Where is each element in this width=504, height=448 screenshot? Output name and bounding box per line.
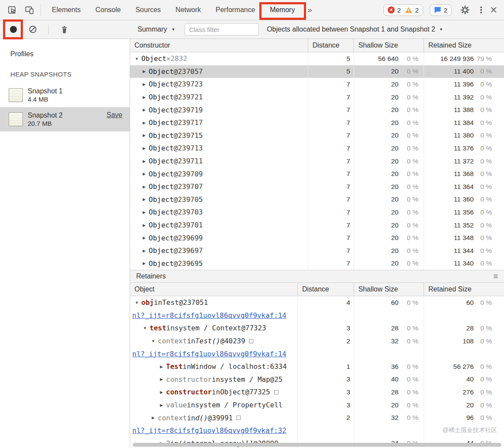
tab-sources[interactable]: Sources (128, 0, 168, 20)
constructor-row[interactable]: ▶Object @2397197200 %11 3880 % (130, 103, 504, 116)
constructor-row[interactable]: ▶Object @2397137200 %11 3760 % (130, 142, 504, 155)
column-header-shallow-size[interactable]: Shallow Size (354, 283, 424, 296)
tab-network[interactable]: Network (168, 0, 208, 20)
class-filter-input[interactable] (185, 23, 259, 35)
retainer-row[interactable]: ▼context in Test() @402392320 %1080 % (130, 335, 504, 348)
tab-console[interactable]: Console (88, 0, 128, 20)
expand-arrow-icon[interactable]: ▼ (134, 301, 140, 305)
record-heap-button[interactable] (9, 25, 18, 34)
expand-arrow-icon[interactable]: ▶ (141, 82, 147, 86)
expand-arrow-icon[interactable]: ▶ (141, 95, 147, 99)
retainers-menu-icon[interactable]: ≡ (493, 272, 498, 281)
perspective-select[interactable]: Summary ▼ (137, 26, 175, 33)
retainer-object-cell: ▼context in Test() @40239 (130, 335, 297, 348)
expand-arrow-icon[interactable]: ▶ (141, 172, 147, 176)
column-header-retained-size[interactable]: Retained Size (424, 39, 504, 52)
tab-elements[interactable]: Elements (45, 0, 88, 20)
allocation-filter-label: Objects allocated between Snapshot 1 and… (267, 26, 435, 33)
column-header-retained-size[interactable]: Retained Size (424, 283, 504, 296)
retainer-link-row[interactable]: nl?_ijt=r8cifsfg1uovl86qvvg0f9vkaf:14 (130, 347, 504, 360)
retainer-link-row[interactable]: nl?_ijt=r8cifsfg1uovl86qvvg0f9vkaf:14 (130, 309, 504, 322)
more-options-button[interactable] (478, 5, 484, 15)
expand-arrow-icon[interactable]: ▶ (141, 261, 147, 266)
source-link[interactable]: nl?_ijt=r8cifsfg1uovl86qvvg0f9vkaf:14 (132, 311, 286, 320)
save-link[interactable]: Save (107, 111, 122, 119)
retainer-row[interactable]: ▶constructor in system / Map @253400 %40… (130, 373, 504, 386)
retainer-row[interactable]: ▼obj in Test @2370514600 %600 % (130, 296, 504, 309)
retainer-text: test (150, 324, 166, 332)
active-tab-indicator (268, 19, 296, 20)
expand-arrow-icon[interactable]: ▶ (141, 108, 147, 112)
cell-ret: 11 3520 % (424, 219, 504, 232)
retainer-row[interactable]: ▼test in system / Context @773233280 %28… (130, 322, 504, 335)
expand-arrow-icon[interactable]: ▼ (134, 57, 140, 61)
expand-arrow-icon[interactable]: ▶ (141, 159, 147, 163)
expand-arrow-icon[interactable]: ▶ (141, 69, 147, 74)
expand-arrow-icon[interactable]: ▶ (141, 121, 147, 125)
inspect-element-button[interactable] (5, 3, 19, 17)
warning-icon (405, 7, 412, 13)
expand-arrow-icon[interactable]: ▶ (158, 377, 165, 381)
retainer-row[interactable]: ▶context in d() @399912320 %960 % (130, 411, 504, 424)
cell-dist: 7 (308, 129, 354, 142)
expand-arrow-icon[interactable]: ▶ (158, 390, 165, 394)
constructor-row[interactable]: ▶Object @2397177200 %11 3840 % (130, 116, 504, 129)
constructor-row[interactable]: ▶Object @2397237200 %11 3960 % (130, 78, 504, 91)
column-header-distance[interactable]: Distance (297, 283, 354, 296)
object-id: @239703 (174, 208, 203, 216)
error-icon: × (388, 6, 395, 13)
allocation-filter-select[interactable]: Objects allocated between Snapshot 1 and… (267, 26, 443, 33)
delete-profile-button[interactable] (57, 22, 71, 36)
error-warning-badge[interactable]: × 2 2 (383, 4, 423, 16)
source-link[interactable]: nl?_ijt=r8cifsfg1uovl86qvvg0f9vkaf:32 (132, 426, 286, 435)
device-toolbar-button[interactable] (22, 3, 36, 17)
constructor-row[interactable]: ▶Object @2396957200 %11 3400 % (130, 257, 504, 270)
more-tabs-button[interactable]: » (302, 0, 317, 20)
constructor-row[interactable]: ▶Object @2397217200 %11 3920 % (130, 91, 504, 104)
expand-arrow-icon[interactable]: ▶ (158, 403, 165, 407)
expand-arrow-icon[interactable]: ▶ (150, 416, 156, 420)
constructor-row[interactable]: ▶Object @2396977200 %11 3440 % (130, 244, 504, 257)
constructor-row[interactable]: ▼Object ×2832556 6400 %16 249 93679 % (130, 52, 504, 65)
expand-arrow-icon[interactable]: ▼ (142, 326, 148, 330)
constructor-row[interactable]: ▶Object @2397077200 %11 3640 % (130, 180, 504, 193)
constructor-row[interactable]: ▶Object @2396997200 %11 3480 % (130, 231, 504, 244)
expand-arrow-icon[interactable]: ▶ (141, 249, 147, 253)
constructor-row[interactable]: ▶Object @2397117200 %11 3720 % (130, 155, 504, 168)
column-header-constructor[interactable]: Constructor (130, 39, 308, 52)
constructor-row[interactable]: ▶Object @2370575200 %11 4000 % (130, 65, 504, 78)
tab-memory[interactable]: Memory (262, 0, 302, 20)
close-devtools-button[interactable]: × (490, 6, 497, 14)
expand-arrow-icon[interactable]: ▶ (141, 210, 147, 214)
constructor-row[interactable]: ▶Object @2397057200 %11 3600 % (130, 193, 504, 206)
expand-arrow-icon[interactable]: ▶ (141, 133, 147, 138)
retainer-row[interactable]: ▶value in system / PropertyCell3200 %200… (130, 399, 504, 412)
snapshot-item[interactable]: Snapshot 220.7 MBSave (0, 107, 130, 131)
messages-badge[interactable]: 2 (430, 4, 452, 16)
constructor-row[interactable]: ▶Object @2397017200 %11 3520 % (130, 219, 504, 232)
constructor-row[interactable]: ▶Object @2397097200 %11 3680 % (130, 167, 504, 180)
constructor-row[interactable]: ▶Object @2397157200 %11 3800 % (130, 129, 504, 142)
expand-arrow-icon[interactable]: ▶ (141, 197, 147, 202)
column-header-distance[interactable]: Distance (308, 39, 354, 52)
settings-button[interactable] (458, 3, 472, 17)
expand-arrow-icon[interactable]: ▶ (141, 146, 147, 150)
expand-arrow-icon[interactable]: ▶ (141, 185, 147, 189)
snapshot-item[interactable]: Snapshot 14.4 MB (0, 83, 130, 107)
constructor-row[interactable]: ▶Object @2397037200 %11 3560 % (130, 206, 504, 219)
constructor-cell: ▶Object @239721 (130, 91, 308, 104)
retainer-row[interactable]: ▶constructor in Object @773253280 %2760 … (130, 386, 504, 399)
expand-arrow-icon[interactable]: ▶ (141, 236, 147, 240)
column-header-object[interactable]: Object (130, 283, 297, 296)
expand-arrow-icon[interactable]: ▶ (141, 223, 147, 227)
source-link[interactable]: nl?_ijt=r8cifsfg1uovl86qvvg0f9vkaf:14 (132, 350, 286, 358)
horizontal-scrollbar[interactable] (133, 443, 501, 447)
tab-performance[interactable]: Performance (208, 0, 263, 20)
expand-arrow-icon[interactable]: ▶ (158, 365, 165, 369)
clear-profiles-button[interactable] (26, 22, 40, 36)
column-header-shallow-size[interactable]: Shallow Size (354, 39, 424, 52)
retainer-row[interactable]: ▶Test in Window / localhost:63341360 %56… (130, 360, 504, 373)
constructor-cell: ▶Object @239695 (130, 257, 308, 270)
cell-ret: 11 3760 % (424, 142, 504, 155)
expand-arrow-icon[interactable]: ▼ (150, 339, 156, 343)
